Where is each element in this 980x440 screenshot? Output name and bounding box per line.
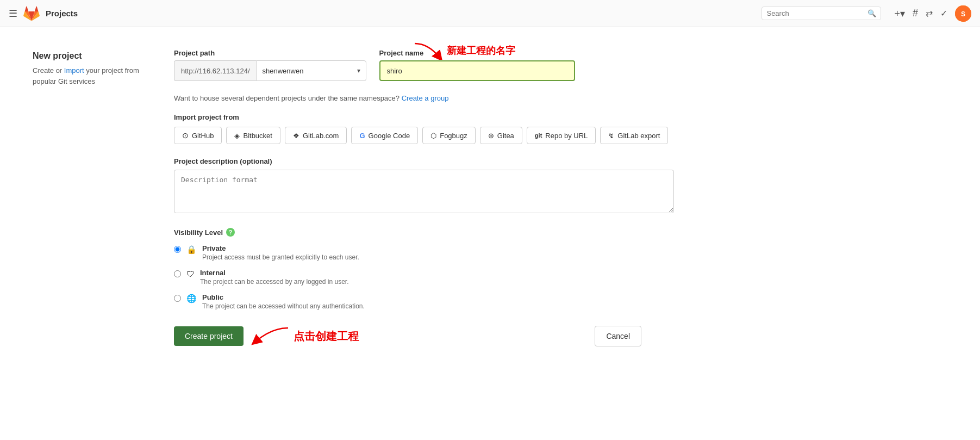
visibility-radio-group: 🔒 Private Project access must be granted… (174, 244, 674, 310)
description-textarea[interactable] (174, 170, 674, 213)
gitlab-logo (23, 5, 40, 22)
search-input[interactable] (766, 9, 864, 17)
private-desc: Project access must be granted explicitl… (202, 253, 359, 261)
menu-icon[interactable]: ☰ (9, 8, 17, 20)
svg-text:S: S (961, 10, 965, 18)
import-git-url[interactable]: git Repo by URL (527, 127, 596, 144)
private-option: 🔒 Private Project access must be granted… (174, 244, 674, 261)
check-icon[interactable]: ✓ (940, 8, 947, 18)
import-bitbucket[interactable]: ◈ Bitbucket (226, 127, 280, 144)
path-label: Project path (174, 49, 366, 57)
cancel-button[interactable]: Cancel (595, 326, 641, 346)
notice-row: Want to house several dependent projects… (174, 94, 674, 102)
gitea-icon: ⊛ (488, 132, 494, 140)
merge-request-icon[interactable]: ⇄ (926, 8, 933, 18)
internal-desc: The project can be accessed by any logge… (200, 278, 349, 286)
sidebar-desc: Create or Import your project from popul… (33, 65, 152, 86)
visibility-label: Visibility Level ? (174, 228, 674, 237)
globe-icon: 🌐 (186, 294, 197, 303)
import-github[interactable]: ⊙ GitHub (174, 127, 222, 144)
project-path-group: Project path http://116.62.113.124/ ▾ (174, 49, 366, 81)
form-content: Project path http://116.62.113.124/ ▾ Pr… (152, 49, 696, 347)
import-google-code[interactable]: G Google Code (351, 127, 418, 144)
name-annotation: 新建工程的名字 (447, 44, 515, 57)
shield-icon: 🛡 (186, 269, 195, 278)
github-icon: ⊙ (182, 131, 189, 140)
create-project-button[interactable]: Create project (174, 326, 244, 346)
desc-label: Project description (optional) (174, 157, 674, 165)
import-gitlab-export[interactable]: ↯ GitLab export (600, 127, 668, 144)
import-gitlab-com[interactable]: ❖ GitLab.com (285, 127, 347, 144)
header-title: Projects (46, 9, 78, 18)
annotation-arrow (412, 41, 445, 60)
import-gitea[interactable]: ⊛ Gitea (480, 127, 522, 144)
path-input-wrap: ▾ (257, 60, 366, 81)
private-title: Private (202, 244, 359, 252)
import-fogbugz[interactable]: ⬡ Fogbugz (422, 127, 476, 144)
project-name-group: Project name (379, 49, 575, 81)
form-actions-row: Create project 点击创建工程 Cancel (174, 325, 674, 347)
sidebar: New project Create or Import your projec… (33, 49, 152, 347)
public-title: Public (202, 293, 365, 301)
internal-option: 🛡 Internal The project can be accessed b… (174, 269, 674, 286)
hash-icon[interactable]: # (913, 8, 918, 19)
project-name-input[interactable] (379, 60, 575, 81)
avatar[interactable]: S (955, 5, 971, 22)
search-icon: 🔍 (867, 9, 876, 17)
path-prefix: http://116.62.113.124/ (174, 60, 257, 81)
create-annotation-arrow (250, 325, 294, 347)
namespace-input[interactable] (263, 67, 354, 75)
import-label: Import project from (174, 113, 674, 121)
internal-radio[interactable] (174, 270, 181, 277)
gitlab-export-icon: ↯ (608, 132, 614, 140)
fogbugz-icon: ⬡ (430, 132, 436, 140)
help-icon[interactable]: ? (226, 228, 235, 237)
chevron-down-icon: ▾ (357, 67, 360, 75)
import-buttons: ⊙ GitHub ◈ Bitbucket ❖ GitLab.com G Goog… (174, 127, 674, 144)
create-annotation-text: 点击创建工程 (294, 329, 359, 344)
google-icon: G (359, 132, 365, 140)
public-desc: The project can be accessed without any … (202, 302, 365, 310)
search-box[interactable]: 🔍 (761, 7, 881, 20)
gitlab-com-icon: ❖ (293, 132, 299, 140)
lock-icon: 🔒 (186, 245, 197, 255)
sidebar-title: New project (33, 51, 152, 61)
private-radio[interactable] (174, 246, 181, 253)
public-option: 🌐 Public The project can be accessed wit… (174, 293, 674, 310)
plus-icon[interactable]: +▾ (894, 8, 905, 20)
bitbucket-icon: ◈ (234, 132, 240, 140)
git-icon: git (535, 132, 542, 139)
import-link[interactable]: Import (64, 66, 84, 75)
internal-title: Internal (200, 269, 349, 277)
public-radio[interactable] (174, 295, 181, 302)
create-group-link[interactable]: Create a group (402, 94, 449, 102)
